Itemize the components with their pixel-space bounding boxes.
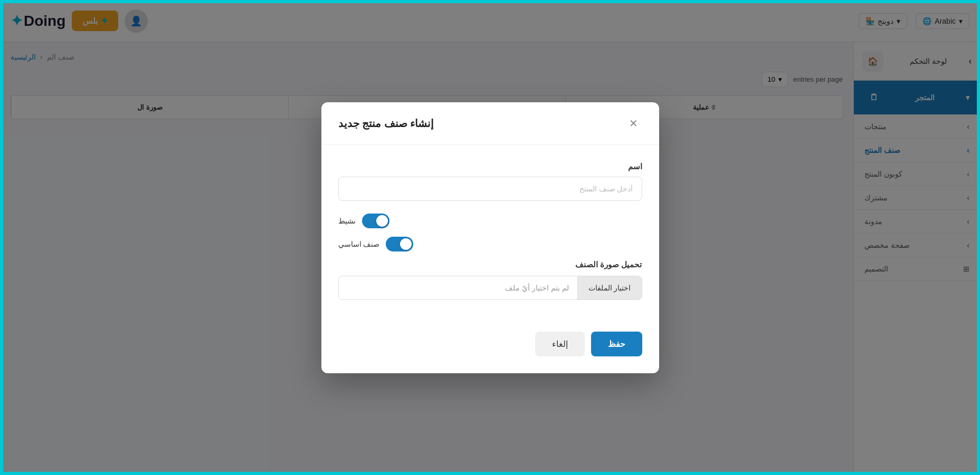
modal-body: اسم نشيط صنف اساسي تحميل صورة الصنف ا xyxy=(321,145,659,332)
save-button[interactable]: حفظ xyxy=(591,332,642,356)
active-label: نشيط xyxy=(338,217,356,225)
file-name-display: لم يتم اختيار أيّ ملف xyxy=(339,276,577,299)
main-category-toggle-row: صنف اساسي xyxy=(338,237,642,251)
cyan-border-right xyxy=(977,0,980,475)
choose-file-button[interactable]: اختيار الملفات xyxy=(577,276,642,299)
active-toggle[interactable] xyxy=(362,214,389,228)
main-category-label: صنف اساسي xyxy=(338,240,380,248)
cyan-border-top xyxy=(0,0,980,3)
name-form-group: اسم xyxy=(338,162,642,201)
cyan-border-left xyxy=(0,0,3,475)
modal-footer: حفظ إلغاء xyxy=(321,332,659,373)
file-upload-group: تحميل صورة الصنف اختيار الملفات لم يتم ا… xyxy=(338,260,642,300)
name-input[interactable] xyxy=(338,177,642,201)
main-category-toggle[interactable] xyxy=(386,237,413,251)
upload-label: تحميل صورة الصنف xyxy=(338,260,642,269)
modal-header: ✕ إنشاء صنف منتج جديد xyxy=(321,102,659,145)
modal-title: إنشاء صنف منتج جديد xyxy=(338,117,434,130)
modal-close-button[interactable]: ✕ xyxy=(625,115,642,132)
cyan-border-bottom xyxy=(0,472,980,475)
name-label: اسم xyxy=(338,162,642,171)
close-icon: ✕ xyxy=(629,117,638,130)
active-toggle-row: نشيط xyxy=(338,214,642,228)
main-category-toggle-slider xyxy=(386,237,413,251)
file-upload-row: اختيار الملفات لم يتم اختيار أيّ ملف xyxy=(338,276,642,300)
cancel-button[interactable]: إلغاء xyxy=(535,332,585,356)
active-toggle-slider xyxy=(362,214,389,228)
create-category-modal: ✕ إنشاء صنف منتج جديد اسم نشيط صنف اساسي xyxy=(321,102,659,373)
